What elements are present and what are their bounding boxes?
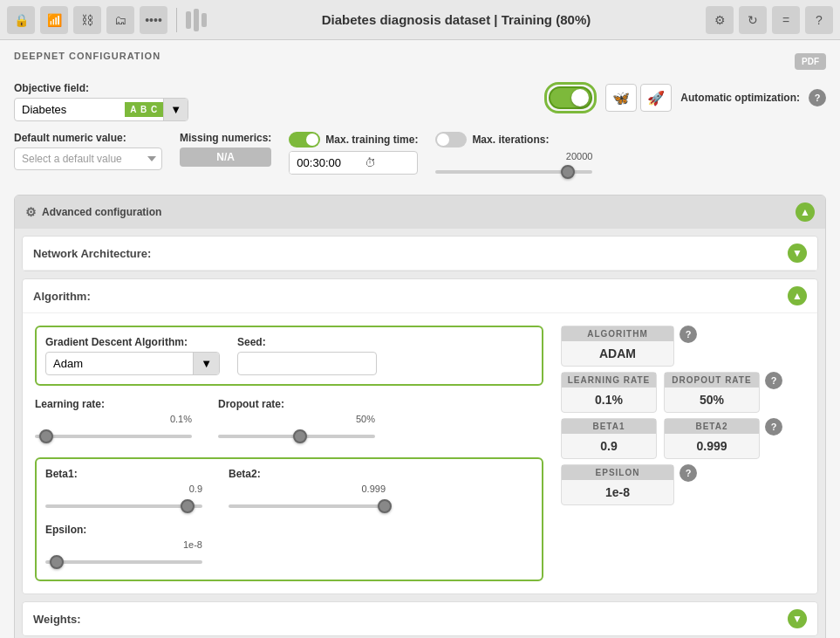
advanced-config-label: Advanced configuration: [42, 206, 161, 218]
algorithm-collapse-btn[interactable]: ▲: [788, 286, 807, 305]
page-title: Diabetes diagnosis dataset | Training (8…: [212, 12, 700, 27]
max-iterations-slider[interactable]: [435, 163, 592, 181]
algo-left: Gradient Descent Algorithm: Adam ▼ Seed:: [35, 326, 543, 581]
time-input[interactable]: [290, 152, 359, 174]
advanced-collapse-btn[interactable]: ▲: [796, 202, 815, 222]
field-dropdown-btn[interactable]: ▼: [163, 99, 188, 120]
dropout-rate-card-label: DROPOUT RATE: [665, 373, 759, 388]
algorithm-content: Gradient Descent Algorithm: Adam ▼ Seed:: [23, 313, 817, 593]
gradient-descent-dropdown[interactable]: Adam ▼: [45, 352, 220, 375]
auto-opt-help[interactable]: ?: [809, 89, 826, 106]
section-header: DEEPNET CONFIGURATION: [14, 51, 160, 61]
algo-dropdown-btn[interactable]: ▼: [193, 353, 219, 374]
auto-opt-label: Automatic optimization:: [680, 92, 800, 104]
beta-help-btn[interactable]: ?: [765, 418, 782, 436]
info-icon[interactable]: ?: [805, 6, 833, 34]
default-numeric-select[interactable]: Select a default value: [14, 147, 162, 170]
max-iterations-toggle[interactable]: [435, 132, 467, 147]
beta2-card: BETA2 0.999: [664, 418, 760, 459]
gradient-descent-label: Gradient Descent Algorithm:: [45, 336, 220, 348]
refresh-icon[interactable]: ↻: [739, 6, 767, 34]
dropout-rate-slider[interactable]: [218, 428, 375, 445]
network-icon[interactable]: ⛓: [73, 6, 101, 34]
algorithm-label: Algorithm:: [33, 290, 91, 303]
epsilon-slider[interactable]: [45, 553, 202, 571]
equals-icon[interactable]: =: [772, 6, 800, 34]
learning-rate-card-value: 0.1%: [586, 388, 632, 412]
algorithm-help-btn[interactable]: ?: [680, 326, 697, 343]
settings-icon[interactable]: ⚙: [706, 6, 734, 34]
beta2-card-label: BETA2: [665, 419, 759, 434]
gradient-descent-box: Gradient Descent Algorithm: Adam ▼ Seed:: [35, 326, 543, 386]
beta1-card-label: BETA1: [562, 419, 656, 434]
seed-input[interactable]: [237, 352, 377, 375]
seed-label: Seed:: [237, 336, 377, 348]
dropout-rate-card: DROPOUT RATE 50%: [664, 372, 760, 413]
beta2-label: Beta2:: [229, 468, 386, 480]
max-iterations-value: 20000: [435, 151, 592, 161]
dropout-rate-label: Dropout rate:: [218, 398, 375, 410]
max-iterations-group: Max. iterations: 20000: [435, 132, 592, 181]
toggle-knob: [571, 89, 589, 106]
rate-sliders: Learning rate: 0.1% Dropout rate: 50%: [35, 398, 543, 445]
beta1-slider[interactable]: [45, 497, 202, 515]
beta1-col: Beta1: 0.9: [45, 468, 202, 515]
auto-opt-toggle[interactable]: [549, 86, 592, 109]
learning-rate-slider[interactable]: [35, 428, 192, 445]
weights-collapse-btn[interactable]: ▼: [788, 609, 807, 628]
objective-field-select[interactable]: Diabetes A B C ▼: [14, 98, 188, 121]
signal-icon[interactable]: 📶: [40, 6, 68, 34]
epsilon-card-label: EPSILON: [562, 465, 673, 480]
dots-icon[interactable]: ••••: [140, 6, 167, 34]
max-iter-toggle-knob: [437, 134, 449, 146]
toggle-small-knob: [306, 134, 318, 146]
beta1-value: 0.9: [45, 484, 202, 494]
auto-opt-icons: 🦋 🚀: [605, 84, 672, 112]
algorithm-card-row: ALGORITHM ADAM ?: [561, 326, 805, 367]
algorithm-section-header[interactable]: Algorithm: ▲: [23, 279, 817, 313]
algorithm-card-value: ADAM: [591, 341, 645, 366]
max-iterations-label: Max. iterations:: [472, 134, 549, 146]
network-arch-collapse-btn[interactable]: ▼: [788, 244, 807, 263]
beta2-value: 0.999: [229, 484, 386, 494]
learning-rate-thumb[interactable]: [39, 429, 53, 443]
auto-opt-icon-1[interactable]: 🦋: [605, 84, 637, 112]
max-training-group: Max. training time: ⏱: [289, 132, 418, 175]
time-input-wrapper: ⏱: [289, 151, 418, 175]
weights-header[interactable]: Weights: ▼: [23, 602, 817, 635]
auto-opt-icon-2[interactable]: 🚀: [640, 84, 672, 112]
gear-icon: ⚙: [25, 205, 37, 219]
epsilon-card-row: EPSILON 1e-8 ?: [561, 464, 805, 505]
advanced-config-panel: ⚙ Advanced configuration ▲ Network Archi…: [14, 195, 826, 638]
algorithm-card: ALGORITHM ADAM: [561, 326, 674, 367]
clock-icon[interactable]: ⏱: [359, 152, 381, 174]
beta1-thumb[interactable]: [181, 499, 195, 513]
learning-rate-card: LEARNING RATE 0.1%: [561, 372, 657, 413]
lock-icon[interactable]: 🔒: [7, 6, 35, 34]
dropout-rate-card-value: 50%: [691, 388, 733, 412]
toolbar: 🔒 📶 ⛓ 🗂 •••• Diabetes diagnosis dataset …: [0, 0, 840, 40]
layers-icon[interactable]: 🗂: [106, 6, 134, 34]
epsilon-label: Epsilon:: [45, 524, 533, 536]
objective-field-label: Objective field:: [14, 82, 188, 94]
network-architecture-header[interactable]: Network Architecture: ▼: [23, 237, 817, 271]
max-iter-slider-thumb[interactable]: [561, 165, 575, 179]
learning-rate-value: 0.1%: [35, 414, 192, 424]
max-training-toggle[interactable]: [289, 132, 320, 147]
objective-field-group: Objective field: Diabetes A B C ▼: [14, 82, 188, 121]
beta2-thumb[interactable]: [378, 499, 392, 513]
algorithm-section: Algorithm: ▲ Gradient Descent Algorithm:…: [22, 278, 818, 594]
section-title: DEEPNET CONFIGURATION: [14, 51, 160, 61]
network-architecture-section: Network Architecture: ▼: [22, 236, 818, 271]
advanced-config-header[interactable]: ⚙ Advanced configuration ▲: [15, 196, 825, 229]
max-training-label: Max. training time:: [325, 134, 418, 146]
dropout-rate-thumb[interactable]: [293, 429, 307, 443]
learning-rate-card-label: LEARNING RATE: [562, 373, 656, 388]
network-architecture-label: Network Architecture:: [33, 247, 151, 260]
beta2-slider[interactable]: [229, 497, 386, 515]
epsilon-help-btn[interactable]: ?: [680, 464, 697, 482]
epsilon-thumb[interactable]: [50, 555, 64, 569]
pdf-button[interactable]: PDF: [795, 53, 826, 70]
rates-help-btn[interactable]: ?: [765, 372, 782, 389]
auto-opt-toggle-wrapper[interactable]: [544, 82, 597, 113]
